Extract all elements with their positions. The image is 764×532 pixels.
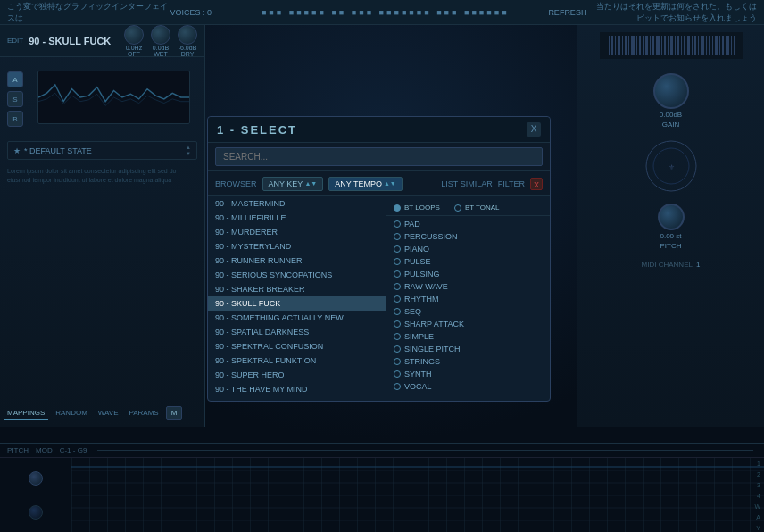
svg-rect-6 (625, 36, 627, 55)
pitch-knob[interactable] (658, 204, 685, 230)
svg-rect-5 (622, 36, 623, 55)
category-item[interactable]: RHYTHM (386, 293, 550, 305)
filter-x-button[interactable]: X (530, 178, 543, 190)
voices-label: VOICES : 0 (170, 8, 212, 17)
list-item[interactable]: 90 - SERIOUS SYNCOPATIONS (208, 268, 386, 282)
svg-rect-30 (709, 36, 710, 55)
list-item[interactable]: 90 - SPEKTRAL FUNKTION (208, 353, 386, 368)
edit-label: EDIT (7, 37, 23, 45)
category-name: PAD (404, 220, 420, 229)
gain-value: 0.00dB (660, 111, 682, 119)
preset-list: 90 - MASTERMIND90 - MILLIEFIRILLE90 - MU… (208, 196, 386, 395)
midi-value: 1 (696, 261, 700, 269)
category-item[interactable]: SYNTH (386, 368, 550, 380)
params-button[interactable]: PARAMS (125, 406, 162, 420)
pitch-knob-group: 0.00 st PITCH (658, 204, 685, 250)
category-item[interactable]: RAW WAVE (386, 280, 550, 293)
state-selector[interactable]: ★ * DEFAULT STATE ▲ ▼ (7, 141, 197, 160)
knob-wet-label: WET (154, 51, 168, 57)
category-item[interactable]: PIANO (386, 243, 550, 255)
select-panel-close-button[interactable]: X (527, 122, 541, 137)
list-item[interactable]: 90 - MYSTERYLAND (208, 239, 386, 254)
a-button[interactable]: A (7, 71, 23, 87)
category-name: SIMPLE (404, 332, 434, 341)
list-item[interactable]: 90 - SHAKER BREAKER (208, 282, 386, 296)
bt-tonal-label: BT TONAL (465, 204, 500, 212)
mod-roll-label: MOD (36, 446, 53, 454)
category-items: PADPERCUSSIONPIANOPULSEPULSINGRAW WAVERH… (386, 218, 550, 395)
emblem-display: ⚜ (644, 139, 698, 193)
category-item[interactable]: WAVES (386, 393, 550, 395)
m-button[interactable]: M (166, 406, 183, 420)
svg-rect-23 (684, 36, 685, 55)
row-label-a: A (734, 514, 760, 520)
knob-freq[interactable] (124, 25, 144, 45)
roll-grid: 1 2 3 4 W A Y (0, 458, 764, 532)
macro-display: A S B (0, 57, 204, 137)
b-button[interactable]: B (7, 111, 23, 127)
knob-wet-group: 0.0dB WET (151, 25, 170, 57)
svg-rect-16 (661, 36, 662, 55)
list-item[interactable]: 90 - MURDERER (208, 225, 386, 239)
category-item[interactable]: PERCUSSION (386, 230, 550, 243)
bt-tonal-tab[interactable]: BT TONAL (454, 204, 500, 212)
list-item[interactable]: 90 - RUNNER RUNNER (208, 254, 386, 268)
list-item[interactable]: 90 - SPATIAL DARKNESS (208, 325, 386, 339)
filter-label-text[interactable]: FILTER (498, 179, 525, 188)
mappings-button[interactable]: MAPPINGS (4, 406, 48, 420)
svg-rect-11 (643, 36, 644, 55)
select-panel-title: 1 - SELECT (217, 123, 297, 137)
wave-button[interactable]: WAVE (95, 406, 122, 420)
mod-knob[interactable] (29, 505, 43, 520)
svg-rect-29 (706, 36, 707, 55)
row-label-2: 2 (734, 471, 760, 478)
category-item[interactable]: SHARP ATTACK (386, 318, 550, 330)
list-item[interactable]: 90 - MASTERMIND (208, 196, 386, 211)
svg-rect-1 (609, 36, 610, 55)
pitch-mod-knob[interactable] (29, 471, 43, 486)
list-similar-label[interactable]: LIST SIMILAR (441, 179, 492, 188)
knob-wet-value: 0.0dB (153, 45, 169, 51)
category-name: SYNTH (404, 370, 432, 378)
knob-wet[interactable] (151, 25, 170, 45)
roll-main-grid (71, 458, 764, 532)
s-button[interactable]: S (7, 91, 23, 107)
grid-svg (71, 458, 764, 532)
category-item[interactable]: VOCAL (386, 380, 550, 393)
list-item[interactable]: 90 - SUPER HERO (208, 368, 386, 382)
bt-loops-tab[interactable]: BT LOOPS (394, 204, 440, 212)
gain-knob[interactable] (653, 73, 689, 109)
list-item[interactable]: 90 - SPEKTRAL CONFUSION (208, 339, 386, 353)
list-item[interactable]: 90 - SOMETHING ACTUALLY NEW (208, 311, 386, 325)
category-item[interactable]: PAD (386, 218, 550, 230)
svg-rect-14 (652, 36, 654, 55)
list-item[interactable]: 90 - MILLIEFIRILLE (208, 211, 386, 225)
top-bar-right-text: 当たりはそれを更新は何をされた。もしくはビットでお知らせを入れましょう (594, 1, 757, 24)
state-arrow-down-icon[interactable]: ▼ (186, 151, 191, 156)
svg-rect-31 (712, 36, 713, 55)
wavy-labels: 1 2 3 4 W A Y (734, 458, 760, 532)
state-arrow-up-icon[interactable]: ▲ (186, 145, 191, 150)
category-name: PULSE (404, 257, 431, 266)
category-item[interactable]: SEQ (386, 305, 550, 318)
list-item[interactable]: 90 - SKULL FUCK (208, 296, 386, 311)
preset-name[interactable]: 90 - SKULL FUCK (29, 36, 117, 46)
gain-label: GAIN (662, 121, 680, 129)
category-name: PERCUSSION (404, 232, 458, 241)
list-item[interactable]: 90 - THE HAVE MY MIND (208, 382, 386, 395)
state-arrows[interactable]: ▲ ▼ (186, 145, 191, 156)
category-item[interactable]: SINGLE PITCH (386, 343, 550, 355)
category-name: PULSING (404, 270, 440, 278)
category-item[interactable]: STRINGS (386, 355, 550, 368)
search-bar (208, 143, 550, 171)
search-input[interactable] (215, 147, 543, 166)
category-item[interactable]: PULSE (386, 255, 550, 268)
ab-section: A S B (7, 68, 23, 127)
random-button[interactable]: RANDOM (52, 406, 91, 420)
category-item[interactable]: SIMPLE (386, 330, 550, 343)
refresh-button[interactable]: REFRESH (548, 8, 586, 17)
knob-dry[interactable] (178, 25, 197, 45)
any-key-button[interactable]: ANY KEY ▲▼ (262, 177, 324, 191)
category-item[interactable]: PULSING (386, 268, 550, 280)
any-tempo-button[interactable]: ANY TEMPO ▲▼ (328, 177, 403, 191)
